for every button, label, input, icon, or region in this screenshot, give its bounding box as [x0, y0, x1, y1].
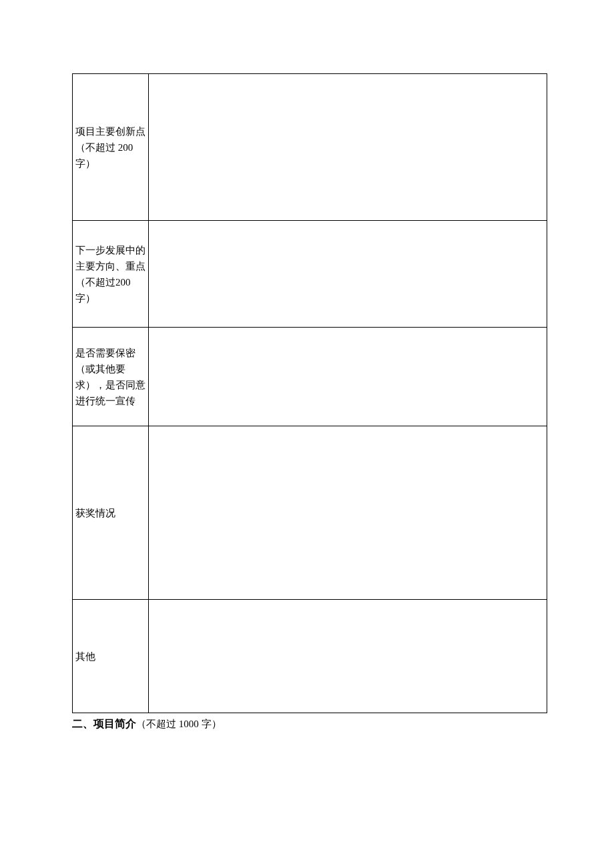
table-row: 是否需要保密（或其他要求），是否同意进行统一宣传	[73, 328, 547, 426]
form-table: 项目主要创新点（不超过 200字） 下一步发展中的主要方向、重点（不超过200 …	[72, 73, 547, 713]
row-content-innovation[interactable]	[149, 74, 547, 221]
section-title: 项目简介	[93, 718, 136, 729]
section-heading: 二、项目简介（不超过 1000 字）	[72, 717, 547, 731]
row-content-confidential[interactable]	[149, 328, 547, 426]
row-label-confidential: 是否需要保密（或其他要求），是否同意进行统一宣传	[73, 328, 149, 426]
table-row: 项目主要创新点（不超过 200字）	[73, 74, 547, 221]
section-note: （不超过 1000 字）	[136, 719, 222, 729]
row-content-other[interactable]	[149, 600, 547, 713]
table-row: 获奖情况	[73, 426, 547, 600]
row-label-awards: 获奖情况	[73, 426, 149, 600]
document-page: 项目主要创新点（不超过 200字） 下一步发展中的主要方向、重点（不超过200 …	[0, 0, 614, 731]
row-content-nextsteps[interactable]	[149, 221, 547, 328]
table-row: 其他	[73, 600, 547, 713]
row-content-awards[interactable]	[149, 426, 547, 600]
section-prefix: 二、	[72, 718, 93, 729]
row-label-nextsteps: 下一步发展中的主要方向、重点（不超过200 字）	[73, 221, 149, 328]
table-row: 下一步发展中的主要方向、重点（不超过200 字）	[73, 221, 547, 328]
row-label-other: 其他	[73, 600, 149, 713]
row-label-innovation: 项目主要创新点（不超过 200字）	[73, 74, 149, 221]
